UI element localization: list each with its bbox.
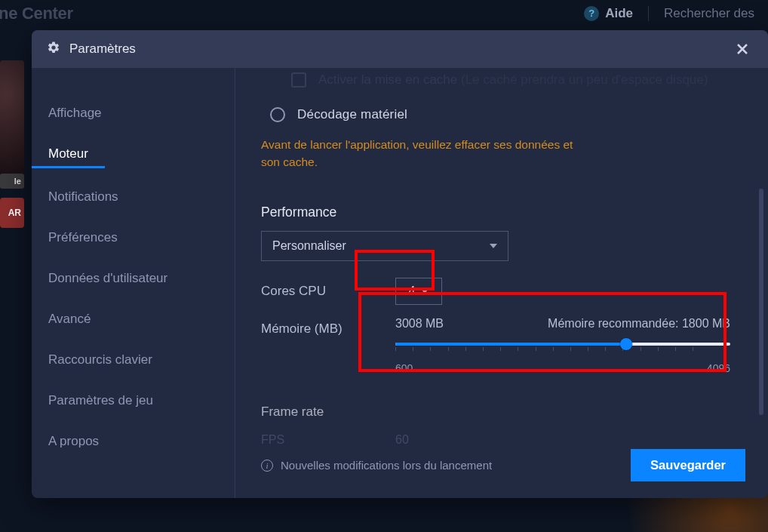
info-icon: i [261,460,273,472]
performance-select-value: Personnaliser [272,239,346,253]
help-link[interactable]: ? Aide [584,6,633,21]
modal-titlebar: Paramètres [32,30,768,68]
help-label: Aide [605,6,633,21]
help-icon: ? [584,6,599,21]
memory-label: Mémoire (MB) [261,315,395,337]
memory-slider[interactable] [395,343,730,346]
chevron-down-icon [421,289,429,294]
sidebar-item-preferences[interactable]: Préférences [32,230,134,245]
slider-thumb[interactable] [620,338,632,350]
sidebar-item-notifications[interactable]: Notifications [32,189,135,204]
settings-content: Activer la mise en cache (Le caché prend… [235,68,768,498]
hw-decode-radio[interactable] [270,107,285,122]
sidebar-item-parametres-jeu[interactable]: Paramètres de jeu [32,393,170,408]
warning-text: Avant de lancer l'application, veuillez … [261,136,593,171]
close-icon [736,43,748,55]
memory-max: 4096 [707,362,730,374]
gear-icon [47,41,60,57]
hw-decode-label: Décodage matériel [297,107,407,122]
cores-value: 4 [409,284,416,298]
cores-select[interactable]: 4 [395,278,442,305]
header-divider [648,6,649,21]
slider-ticks [395,347,730,351]
cores-label: Cores CPU [261,278,395,299]
scrollbar[interactable] [759,189,763,415]
slider-fill [395,343,626,346]
bg-tile-red: AR [0,198,24,228]
settings-modal: Paramètres Affichage Moteur Notification… [32,30,768,498]
sidebar-item-a-propos[interactable]: A propos [32,434,115,449]
frame-rate-title: Frame rate [261,404,745,420]
memory-value: 3008 MB [395,317,444,331]
chevron-down-icon [490,244,497,248]
bg-tile [0,60,24,174]
modal-title: Paramètres [69,42,136,57]
close-button[interactable] [732,38,753,60]
memory-recommended: Mémoire recommandée: 1800 MB [548,317,730,331]
settings-sidebar: Affichage Moteur Notifications Préférenc… [32,68,235,498]
memory-min: 600 [395,362,413,374]
bg-tile-tag: le [0,174,24,189]
performance-select[interactable]: Personnaliser [261,231,508,261]
sidebar-item-avance[interactable]: Avancé [32,312,107,327]
cache-checkbox[interactable] [291,72,306,88]
sidebar-item-donnees-utilisateur[interactable]: Données d'utilisateur [32,271,184,286]
footer-info-text: Nouvelles modifications lors du lancemen… [281,459,492,472]
sidebar-item-affichage[interactable]: Affichage [32,106,118,121]
save-button[interactable]: Sauvegarder [631,449,745,481]
sidebar-item-raccourcis-clavier[interactable]: Raccourcis clavier [32,352,169,367]
sidebar-item-moteur[interactable]: Moteur [32,146,105,168]
performance-title: Performance [261,204,745,220]
cache-hint: (Le caché prendra un peu d'espace disque… [461,72,708,87]
cache-label: Activer la mise en cache [318,72,457,87]
app-title-fragment: ne Center [0,4,73,23]
search-placeholder-fragment[interactable]: Rechercher des [664,6,754,21]
